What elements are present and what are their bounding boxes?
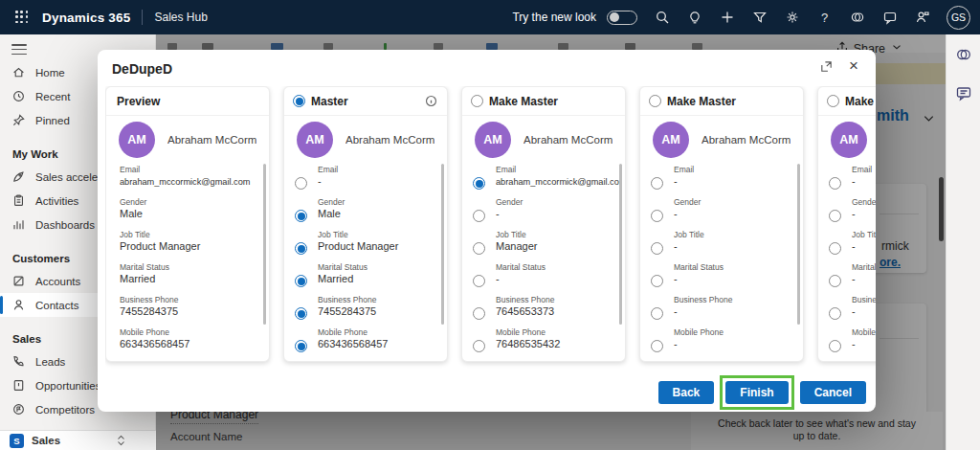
field-value: -	[318, 175, 441, 187]
contact-summary: AMAbraham McCormick	[462, 116, 625, 164]
field-value-radio[interactable]	[651, 242, 663, 255]
field-value-radio[interactable]	[295, 340, 307, 352]
area-switcher[interactable]: S Sales	[0, 430, 156, 450]
field-value-radio[interactable]	[473, 275, 485, 287]
dialog-title: DeDupeD	[112, 61, 172, 77]
field-value-radio[interactable]	[473, 177, 485, 190]
cancel-button[interactable]: Cancel	[800, 381, 866, 404]
field-value-radio[interactable]	[473, 307, 485, 320]
waffle-icon[interactable]	[15, 11, 29, 24]
user-avatar[interactable]: GS	[947, 6, 970, 30]
gear-icon[interactable]	[784, 10, 800, 26]
field-label: Gender	[496, 197, 523, 207]
master-select-radio[interactable]	[827, 95, 839, 107]
teams-chat-icon[interactable]	[881, 10, 898, 26]
field-job-title: Job Title-	[818, 229, 876, 261]
card-scrollbar[interactable]	[441, 164, 444, 325]
card-scrollbar[interactable]	[797, 164, 800, 325]
area-name[interactable]: Sales Hub	[154, 11, 207, 24]
new-look-toggle[interactable]	[607, 11, 637, 25]
copilot-icon[interactable]	[955, 46, 972, 63]
card-header-label: Make Master	[845, 95, 876, 108]
clipboard-icon	[11, 193, 27, 209]
dedupe-dialog: DeDupeD × PreviewAMAbraham McCormickEmai…	[98, 50, 876, 412]
field-email: Emailabraham_mccormick@gmail.com	[106, 164, 269, 196]
field-label: Business Phone	[496, 295, 554, 304]
card-scrollbar[interactable]	[263, 164, 266, 325]
card-scrollbar[interactable]	[619, 164, 622, 325]
field-value-radio[interactable]	[295, 307, 307, 320]
feedback-chat-icon[interactable]	[955, 84, 972, 101]
back-button[interactable]: Back	[658, 381, 715, 404]
contact-name: Abraham McCormick	[523, 134, 612, 146]
field-value-radio[interactable]	[295, 275, 307, 287]
field-value-radio[interactable]	[829, 210, 841, 222]
field-label: Email	[852, 165, 872, 174]
avatar: AM	[475, 122, 511, 158]
field-value-radio[interactable]	[473, 242, 485, 255]
field-label: Email	[674, 165, 694, 174]
competitor-icon	[11, 402, 27, 417]
field-value-radio[interactable]	[829, 177, 841, 190]
field-label: Job Title	[120, 230, 150, 239]
filter-icon[interactable]	[751, 10, 768, 26]
duplicate-cards-row: PreviewAMAbraham McCormickEmailabraham_m…	[105, 86, 876, 370]
sidebar-item-label: Leads	[35, 356, 65, 368]
sidebar-item-label: Dashboards	[35, 219, 95, 231]
field-value-radio[interactable]	[295, 177, 307, 190]
try-new-look-label: Try the new look	[512, 11, 596, 24]
field-label: Job Title	[318, 230, 348, 239]
copilot-icon[interactable]	[849, 10, 865, 26]
field-value-radio[interactable]	[473, 340, 485, 352]
field-value-radio[interactable]	[651, 307, 663, 320]
rocket-icon	[11, 169, 27, 185]
search-icon[interactable]	[654, 10, 670, 26]
pin-icon	[11, 113, 27, 128]
help-icon[interactable]: ?	[816, 10, 833, 26]
screen: Dynamics 365 Sales Hub Try the new look …	[0, 0, 980, 450]
field-value: Male	[318, 208, 441, 219]
field-value-radio[interactable]	[829, 307, 841, 320]
finish-button[interactable]: Finish	[725, 381, 788, 404]
field-value-radio[interactable]	[651, 275, 663, 287]
plus-icon[interactable]	[719, 10, 735, 26]
field-value: 663436568457	[120, 338, 263, 349]
person-icon	[11, 298, 27, 313]
field-label: Mobile Phone	[852, 327, 876, 337]
hamburger-icon[interactable]	[11, 44, 27, 55]
field-value-radio[interactable]	[473, 210, 485, 222]
popout-icon[interactable]	[819, 59, 835, 75]
field-value-radio[interactable]	[295, 210, 307, 222]
field-value: 663436568457	[318, 338, 441, 349]
sidebar-item-label: Pinned	[35, 115, 70, 126]
field-value: -	[852, 240, 876, 252]
field-value: -	[674, 338, 797, 349]
field-value-radio[interactable]	[829, 340, 841, 352]
field-marital-status: Marital StatusMarried	[284, 261, 447, 294]
master-select-radio[interactable]	[293, 95, 305, 107]
field-value-radio[interactable]	[651, 340, 663, 352]
master-select-radio[interactable]	[471, 95, 483, 107]
field-list: Email-GenderMaleJob TitleProduct Manager…	[284, 164, 447, 359]
field-value-radio[interactable]	[829, 242, 841, 255]
master-select-radio[interactable]	[649, 95, 661, 107]
field-value-radio[interactable]	[829, 275, 841, 287]
field-gender: Gender-	[640, 196, 803, 229]
header-divider	[142, 10, 143, 25]
field-email: Emailabraham_mccormick@gmail.com	[462, 164, 625, 196]
lightbulb-icon[interactable]	[686, 10, 702, 26]
user-add-icon[interactable]	[914, 10, 930, 26]
field-value-radio[interactable]	[295, 242, 307, 255]
field-mobile-phone: Mobile Phone663436568457	[106, 326, 269, 359]
field-value-radio[interactable]	[651, 210, 663, 222]
field-value-radio[interactable]	[651, 177, 663, 190]
field-mobile-phone: Mobile Phone-	[818, 326, 876, 359]
field-value: -	[496, 208, 619, 219]
card-header-label: Make Master	[489, 95, 558, 108]
opportunity-icon	[11, 378, 27, 394]
field-label: Email	[318, 165, 338, 174]
close-icon[interactable]: ×	[845, 56, 862, 77]
info-icon[interactable]	[424, 94, 438, 108]
field-business-phone: Business Phone7455284375	[284, 294, 447, 326]
field-list: Emailabraham_mccormick@gmail.comGenderMa…	[106, 164, 269, 359]
